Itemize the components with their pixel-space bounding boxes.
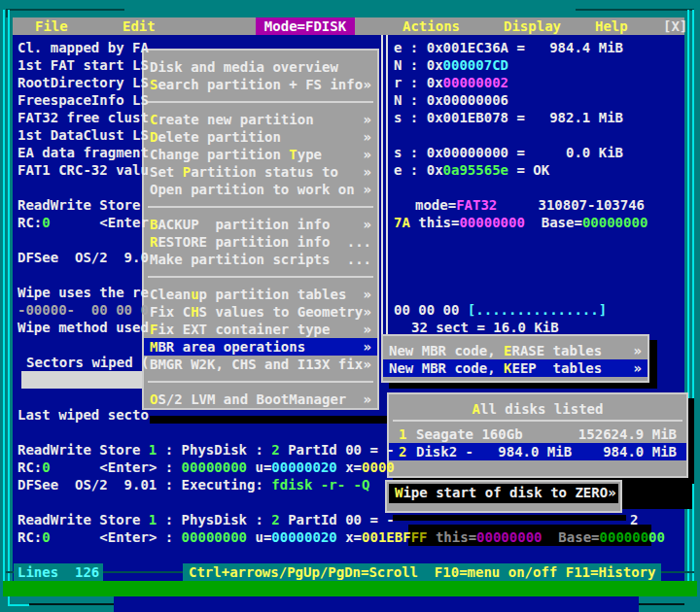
menu-item-backup-partition-info[interactable]: BACKUP partition info» — [144, 216, 377, 233]
text-row: DFSee OS/2 9.01 : Executing: fdisk -r- -… — [18, 476, 369, 493]
text-row: -00000- 00 00 0 — [18, 301, 149, 319]
menubar-item-file[interactable]: File — [35, 17, 68, 35]
text-row: 1st FAT start LS — [18, 56, 149, 74]
text-run: 0000 — [362, 459, 395, 475]
text-run: 2 — [271, 442, 279, 458]
close-button[interactable]: [X] — [663, 17, 687, 35]
text-row: Wipe method used — [18, 319, 149, 336]
submenu-arrow: » — [364, 128, 371, 146]
text-run: Sectors wiped ( — [26, 355, 149, 370]
menu-item-cleanup-partition-tables[interactable]: Cleanup partition tables» — [144, 286, 377, 303]
frame-line — [29, 603, 114, 605]
submenu-arrow: » — [364, 391, 371, 408]
text-row: EA data fragment — [18, 144, 149, 161]
submenu-arrow: » — [634, 359, 642, 377]
text-run: 1st FAT start LS — [18, 57, 149, 73]
menubar-item-display[interactable]: Display — [504, 17, 561, 35]
menu-item-label: Set Partition status to — [150, 163, 338, 181]
menu-item-os-2-lvm-and-bootmanager[interactable]: OS/2 LVM and BootManager» — [144, 391, 377, 408]
menu-hotkey: T — [289, 147, 297, 162]
menu-hotkey: H — [191, 304, 198, 320]
menu-item-restore-partition-info[interactable]: RESTORE partition info... — [144, 233, 377, 251]
menu-item-label: Create new partition — [150, 111, 314, 128]
disk-info-bar: Phys-disk 2 0 partitions, 0 primary; Cyl… — [114, 596, 639, 612]
menu-item-mbr-area-operations[interactable]: MBR area operations» — [144, 338, 377, 356]
menu-item-label: Disk and media overview — [150, 58, 338, 76]
menu-item-label: BACKUP partition info — [150, 216, 330, 233]
menu-item-set-partition-status-to[interactable]: Set Partition status to» — [144, 163, 377, 181]
menu-separator — [144, 198, 377, 216]
menu-hotkey: K — [504, 360, 511, 376]
submenu-arrow: » — [364, 163, 371, 181]
text-row: DFSee OS/2 9.0 — [18, 249, 149, 266]
menubar-item-edit[interactable]: Edit — [122, 17, 156, 35]
text-row: 2 — [630, 511, 638, 528]
menu-item-label: Cleanup partition tables — [150, 286, 346, 303]
disk-row-disk2-984-0-mib[interactable]: 2Disk2 - 984.0 MiB984.0 MiB — [389, 443, 686, 460]
menu-item-fix-chs-values-to-geometry[interactable]: Fix CHS values to Geometry» — [144, 303, 377, 321]
menu-item-open-partition-to-work-on[interactable]: Open partition to work on» — [144, 181, 377, 198]
menubar-item-mode-fdisk[interactable]: Mode=FDISK — [256, 17, 355, 35]
menu-hotkey: u — [191, 287, 198, 302]
text-run: 001EBF — [362, 529, 411, 545]
menu-item-bmgr-w2k-chs-and-i13x-fix[interactable]: BMGR W2K, CHS and I13X fix» — [144, 356, 377, 373]
pane-divider — [386, 35, 388, 336]
text-run: <Enter> : — [51, 529, 182, 545]
text-row: N : 0x000007CD — [394, 56, 508, 74]
submenu-arrow: » — [634, 342, 642, 359]
text-run: 0 — [42, 459, 50, 475]
menu-item-label: Change partition Type — [150, 146, 322, 163]
text-run: FAT32 free clust — [18, 110, 149, 125]
text-run: Base= — [525, 215, 582, 230]
text-run: fdisk -r- -Q — [271, 477, 369, 493]
menu-item-make-partition-scripts[interactable]: Make partition scripts... — [144, 251, 377, 268]
text-row: RC:0 <Enter — [18, 214, 149, 231]
menu-item-new-mbr-code-keep-tables[interactable]: New MBR code, KEEP tables» — [383, 359, 648, 377]
green-bar — [3, 581, 697, 596]
submenu-arrow: » — [364, 356, 371, 373]
text-run: 000000 — [600, 529, 649, 545]
text-run: 000007CD — [443, 57, 508, 73]
menu-item-label: New MBR code, KEEP tables — [389, 359, 602, 377]
text-row: 7A this=00000000 Base=00000000 — [394, 214, 648, 231]
menubar-item-help[interactable]: Help — [595, 17, 628, 35]
text-run: 00000000 — [582, 215, 648, 230]
menu-item-disk-and-media-overview[interactable]: Disk and media overview — [144, 58, 377, 76]
text-run: DFSee OS/2 9.0 — [18, 250, 149, 265]
disk-name: Seagate 160Gb — [416, 425, 578, 443]
text-row: FAT32 free clust — [18, 109, 149, 126]
menu-hotkey: O — [150, 391, 158, 407]
wipe-menu: Wipe start of disk to ZERO» — [385, 480, 622, 513]
menu-item-fix-ext-container-type[interactable]: Fix EXT container type» — [144, 321, 377, 338]
text-run: 0 — [42, 529, 50, 545]
text-run: Base= — [542, 529, 600, 545]
text-run: s : 0x00000000 = 0.0 KiB — [394, 145, 623, 160]
text-row: ReadWrite Store 1 : PhysDisk : 2 PartId … — [18, 441, 395, 459]
text-run: 00 00 00 — [394, 302, 468, 318]
text-run: PartId 00 = - — [280, 512, 395, 527]
menu-item-label: OS/2 LVM and BootManager — [150, 391, 346, 408]
frame-line — [8, 604, 29, 606]
text-run: 0 — [42, 215, 50, 230]
menu-item-wipe-start-of-disk-to-zero[interactable]: Wipe start of disk to ZERO» — [389, 484, 618, 503]
disk-name: Disk2 - 984.0 MiB — [416, 443, 603, 460]
text-run: 00 — [648, 529, 665, 545]
text-run: DFSee OS/2 9.01 : Executing: — [18, 477, 271, 493]
menu-item-change-partition-type[interactable]: Change partition Type» — [144, 146, 377, 163]
disk-number: 2 — [399, 443, 416, 460]
text-run: 2 — [630, 512, 638, 527]
menu-item-delete-partition[interactable]: Delete partition» — [144, 128, 377, 146]
menu-item-search-partition-fs-info[interactable]: Search partition + FS info» — [144, 76, 377, 93]
text-run: Cl. mapped by FA — [18, 40, 149, 55]
menu-item-label: Wipe start of disk to ZERO — [395, 484, 608, 503]
menu-item-new-mbr-code-erase-tables[interactable]: New MBR code, ERASE tables» — [383, 342, 648, 359]
mbr-submenu: New MBR code, ERASE tables»New MBR code,… — [381, 334, 649, 383]
text-run: 0a95565e — [443, 162, 508, 178]
disk-row-seagate-160gb[interactable]: 1Seagate 160Gb152624.9 MiB — [389, 425, 686, 443]
frame-line — [8, 10, 10, 596]
menu-item-label: MBR area operations — [150, 338, 305, 356]
menu-item-create-new-partition[interactable]: Create new partition» — [144, 111, 377, 128]
text-run: N : 0x — [394, 57, 443, 73]
text-run: 00000020 — [271, 459, 336, 475]
menubar-item-actions[interactable]: Actions — [402, 17, 460, 35]
